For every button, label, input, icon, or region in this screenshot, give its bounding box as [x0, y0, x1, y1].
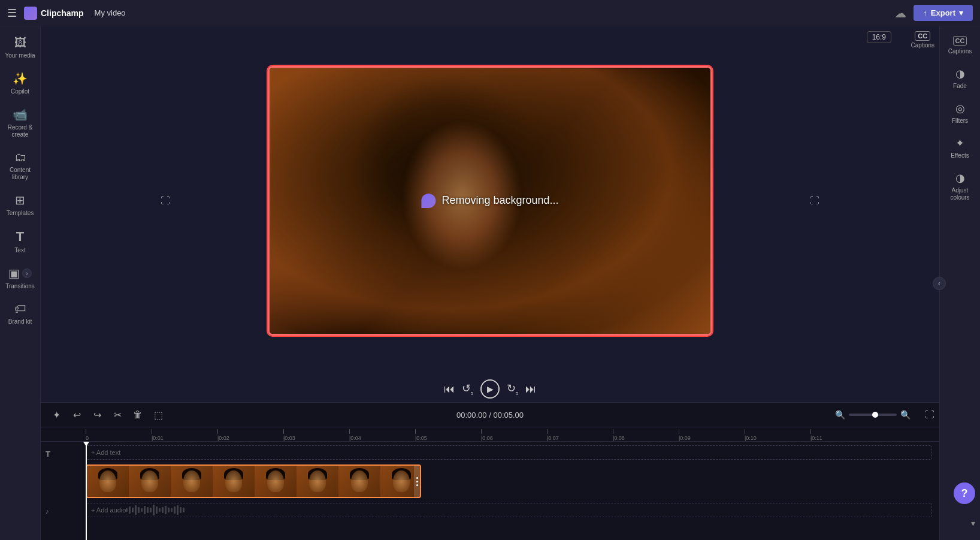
video-track-content	[86, 464, 939, 500]
ruler-mark-8: |0:08	[613, 429, 679, 441]
cut-button[interactable]: ✂	[109, 406, 126, 423]
video-clip-strip[interactable]	[86, 464, 421, 498]
timeline-tracks: T + Add text	[41, 442, 939, 540]
expand-panel-button[interactable]: ▾	[971, 518, 975, 528]
skip-end-button[interactable]: ⏭	[525, 383, 536, 396]
right-panel-captions-label: Captions	[948, 48, 972, 55]
sidebar-item-content-library[interactable]: 🗂 Content library	[2, 146, 38, 186]
redo-button[interactable]: ↪	[89, 406, 105, 423]
right-panel-adjust-colours-label: Adjust colours	[945, 187, 976, 201]
ruler-mark-4: |0:04	[349, 429, 415, 441]
brand-kit-icon: 🏷	[14, 302, 26, 316]
sidebar-item-copilot[interactable]: ✨ Copilot	[2, 67, 38, 100]
right-panel-filters[interactable]: ◎ Filters	[942, 97, 978, 129]
ruler-mark-10: |0:10	[745, 429, 810, 441]
right-panel-fade[interactable]: ◑ Fade	[942, 62, 978, 95]
sidebar-item-templates[interactable]: ⊞ Templates	[2, 188, 38, 222]
project-title[interactable]: My video	[95, 8, 126, 17]
export-chevron-icon: ▾	[959, 8, 963, 17]
processing-spinner-icon	[421, 194, 435, 208]
timeline-expand-button[interactable]: ⛶	[925, 409, 934, 420]
audio-track-row: ♪ + Add audio	[41, 502, 939, 521]
add-text-label: + Add text	[91, 449, 120, 456]
sidebar-item-label-record: Record & create	[5, 124, 36, 138]
text-track-label: T	[41, 450, 86, 458]
undo-button[interactable]: ↩	[68, 406, 85, 423]
right-panel-fade-label: Fade	[953, 83, 967, 90]
transitions-expand-button[interactable]: ›	[22, 269, 32, 278]
play-pause-button[interactable]: ▶	[480, 379, 500, 399]
transitions-icon: ▣	[8, 266, 20, 280]
sidebar-item-label-text: Text	[14, 247, 25, 254]
zoom-out-icon[interactable]: 🔍	[835, 410, 845, 420]
preview-area: 16:9 CC Captions Removing background...	[41, 26, 939, 375]
ruler-mark-1: |0:01	[152, 429, 217, 441]
captions-icon: CC	[953, 36, 967, 46]
duplicate-button[interactable]: ⬚	[150, 406, 167, 423]
help-button[interactable]: ?	[954, 482, 975, 504]
add-text-button[interactable]: + Add text	[86, 445, 932, 460]
clip-thumb-1	[87, 466, 129, 497]
sidebar-item-brand-kit[interactable]: 🏷 Brand kit	[2, 297, 38, 330]
timeline-playhead[interactable]	[86, 442, 87, 540]
sidebar-item-text[interactable]: T Text	[2, 224, 38, 259]
clip-thumb-2	[129, 466, 171, 497]
text-track-row: T + Add text	[41, 444, 939, 463]
crop-icon[interactable]: ⛶	[161, 195, 170, 206]
sidebar-item-transitions[interactable]: ▣ › Transitions	[2, 261, 38, 295]
right-panel-effects[interactable]: ✦ Effects	[942, 132, 978, 164]
rewind-5s-button[interactable]: ↺5	[462, 382, 473, 396]
clip-right-handle[interactable]	[414, 466, 420, 497]
aspect-ratio-badge[interactable]: 16:9	[867, 31, 891, 43]
audio-waveform	[126, 503, 461, 517]
logo-icon	[24, 7, 37, 20]
audio-track-content: + Add audio	[86, 503, 939, 520]
content-library-icon: 🗂	[14, 150, 26, 164]
ruler-marks: 0 |0:01 |0:02 |0:03 |0:04 |0:0	[86, 429, 894, 441]
right-panel-collapse-button[interactable]: ‹	[933, 277, 946, 290]
cc-icon: CC	[915, 31, 930, 41]
main-area: 🖼 Your media ✨ Copilot 📹 Record & create…	[0, 26, 980, 540]
app-logo: Clipchamp	[24, 7, 84, 20]
center-area: 16:9 CC Captions Removing background...	[41, 26, 939, 540]
logo-text: Clipchamp	[41, 8, 84, 18]
zoom-in-icon[interactable]: 🔍	[900, 410, 911, 420]
text-track-content: + Add text	[86, 445, 939, 462]
fullscreen-button[interactable]: ⛶	[810, 195, 819, 206]
right-panel-adjust-colours[interactable]: ◑ Adjust colours	[942, 167, 978, 206]
clip-thumb-5	[255, 466, 297, 497]
fade-icon: ◑	[955, 67, 965, 80]
sidebar-item-record-create[interactable]: 📹 Record & create	[2, 102, 38, 143]
timeline-toolbar: ✦ ↩ ↪ ✂ 🗑 ⬚ 00:00.00 / 00:05.00 🔍 🔍 ⛶	[41, 403, 939, 427]
audio-track-icon: ♪	[46, 508, 49, 515]
export-button[interactable]: ↑ Export ▾	[914, 5, 973, 21]
clip-thumb-6	[297, 466, 338, 497]
audio-track-label: ♪	[41, 508, 86, 515]
ruler-mark-6: |0:06	[481, 429, 547, 441]
forward-5s-button[interactable]: ↻5	[507, 382, 518, 396]
sidebar-item-label-transitions: Transitions	[5, 283, 35, 290]
captions-panel[interactable]: CC Captions	[911, 31, 934, 49]
ruler-mark-11: |0:11	[810, 429, 876, 441]
ruler-mark-0: 0	[86, 429, 152, 441]
add-audio-button[interactable]: + Add audio	[86, 503, 932, 517]
delete-button[interactable]: 🗑	[129, 406, 146, 423]
removing-bg-text: Removing background...	[441, 194, 558, 207]
auto-compose-button[interactable]: ✦	[48, 406, 65, 423]
filters-icon: ◎	[955, 102, 965, 115]
sidebar-item-label-content-library: Content library	[5, 167, 36, 181]
skip-start-button[interactable]: ⏮	[444, 383, 455, 396]
clip-thumb-3	[171, 466, 213, 497]
right-panel-captions[interactable]: CC Captions	[942, 31, 978, 60]
hamburger-menu[interactable]: ☰	[7, 7, 17, 20]
video-preview: Removing background...	[268, 66, 712, 336]
clip-thumb-4	[213, 466, 255, 497]
your-media-icon: 🖼	[14, 36, 26, 50]
zoom-controls: 🔍 🔍	[835, 410, 911, 420]
sidebar-item-your-media[interactable]: 🖼 Your media	[2, 31, 38, 64]
ruler-mark-2: |0:02	[217, 429, 283, 441]
ruler-mark-9: |0:09	[679, 429, 745, 441]
zoom-slider[interactable]	[849, 414, 897, 416]
clip-thumb-7	[338, 466, 380, 497]
adjust-colours-icon: ◑	[955, 171, 965, 185]
